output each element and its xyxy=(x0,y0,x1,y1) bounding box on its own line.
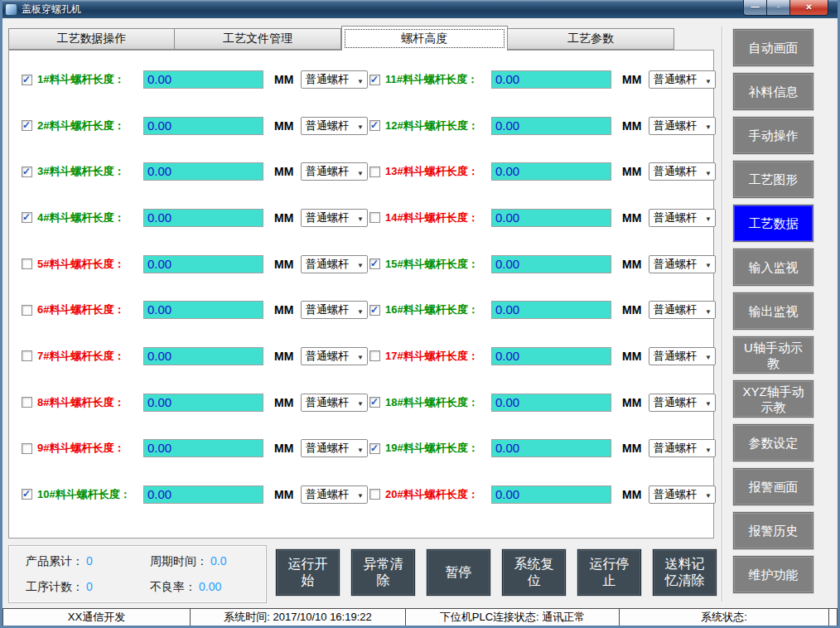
chevron-down-icon xyxy=(705,442,712,455)
length-input[interactable]: 0.00 xyxy=(143,162,263,181)
length-input[interactable]: 0.00 xyxy=(491,162,611,181)
tab-strip: 工艺数据操作工艺文件管理螺杆高度工艺参数 xyxy=(8,27,674,50)
maximize-button[interactable]: ▫ xyxy=(767,0,789,16)
row-checkbox[interactable] xyxy=(22,443,32,454)
screw-type-value: 普通螺杆 xyxy=(654,395,697,410)
screw-type-select[interactable]: 普通螺杆 xyxy=(649,209,716,227)
row-checkbox[interactable] xyxy=(369,167,380,177)
tab-4[interactable]: 工艺参数 xyxy=(508,28,674,50)
length-input[interactable]: 0.00 xyxy=(491,439,611,457)
row-checkbox[interactable] xyxy=(369,443,380,454)
nav-button-12[interactable]: 报警历史 xyxy=(733,512,813,549)
row-checkbox[interactable] xyxy=(22,75,32,85)
row-checkbox[interactable] xyxy=(369,75,380,85)
length-input[interactable]: 0.00 xyxy=(143,209,263,227)
screw-type-select[interactable]: 普通螺杆 xyxy=(301,439,368,457)
length-input[interactable]: 0.00 xyxy=(143,70,263,89)
nav-button-7[interactable]: 输出监视 xyxy=(733,292,813,330)
screw-row: 11#料斗螺杆长度：0.00MM普通螺杆 xyxy=(369,70,721,89)
screw-type-select[interactable]: 普通螺杆 xyxy=(649,117,716,135)
screw-type-select[interactable]: 普通螺杆 xyxy=(301,70,368,89)
row-checkbox[interactable] xyxy=(369,120,380,131)
control-button-3[interactable]: 暂停 xyxy=(427,549,490,596)
status-section-end xyxy=(829,609,837,626)
length-input[interactable]: 0.00 xyxy=(491,70,611,89)
row-checkbox[interactable] xyxy=(369,305,380,316)
screw-type-select[interactable]: 普通螺杆 xyxy=(301,485,368,504)
screw-type-select[interactable]: 普通螺杆 xyxy=(649,301,716,319)
row-checkbox[interactable] xyxy=(369,258,380,269)
row-checkbox[interactable] xyxy=(22,350,32,361)
nav-button-10[interactable]: 参数设定 xyxy=(733,424,813,461)
length-input[interactable]: 0.00 xyxy=(143,255,263,273)
chevron-down-icon xyxy=(705,488,712,500)
screw-type-select[interactable]: 普通螺杆 xyxy=(301,117,368,135)
screw-type-select[interactable]: 普通螺杆 xyxy=(301,209,368,227)
length-input[interactable]: 0.00 xyxy=(143,117,263,135)
row-checkbox[interactable] xyxy=(369,350,380,361)
stat-item: 周期时间：0.0 xyxy=(150,554,266,569)
row-checkbox[interactable] xyxy=(22,489,32,500)
screw-type-select[interactable]: 普通螺杆 xyxy=(301,301,368,319)
screw-type-select[interactable]: 普通螺杆 xyxy=(649,347,716,365)
screw-type-select[interactable]: 普通螺杆 xyxy=(649,485,716,504)
length-input[interactable]: 0.00 xyxy=(143,394,263,412)
length-input[interactable]: 0.00 xyxy=(491,485,611,504)
length-input[interactable]: 0.00 xyxy=(491,347,611,365)
close-button[interactable]: ✕ xyxy=(789,0,828,16)
length-input[interactable]: 0.00 xyxy=(491,117,611,135)
row-checkbox[interactable] xyxy=(22,258,32,269)
length-input[interactable]: 0.00 xyxy=(491,301,611,319)
control-button-1[interactable]: 运行开始 xyxy=(276,549,340,596)
screw-type-select[interactable]: 普通螺杆 xyxy=(301,162,368,181)
screw-row: 3#料斗螺杆长度：0.00MM普通螺杆 xyxy=(22,162,368,181)
length-input[interactable]: 0.00 xyxy=(491,255,611,273)
screw-row: 9#料斗螺杆长度：0.00MM普通螺杆 xyxy=(22,438,368,458)
screw-type-select[interactable]: 普通螺杆 xyxy=(649,162,716,181)
nav-button-3[interactable]: 手动操作 xyxy=(733,117,813,154)
nav-button-9[interactable]: XYZ轴手动示教 xyxy=(733,380,813,418)
length-input[interactable]: 0.00 xyxy=(491,394,611,412)
screw-type-select[interactable]: 普通螺杆 xyxy=(301,255,368,273)
length-input[interactable]: 0.00 xyxy=(491,209,611,227)
nav-button-13[interactable]: 维护功能 xyxy=(733,556,813,593)
length-input[interactable]: 0.00 xyxy=(143,485,263,504)
row-checkbox[interactable] xyxy=(22,212,32,223)
nav-button-8[interactable]: U轴手动示教 xyxy=(733,336,813,374)
row-checkbox[interactable] xyxy=(22,397,32,408)
screw-row: 6#料斗螺杆长度：0.00MM普通螺杆 xyxy=(22,300,368,320)
tab-3[interactable]: 螺杆高度 xyxy=(341,26,508,51)
nav-button-11[interactable]: 报警画面 xyxy=(733,468,813,505)
screw-type-select[interactable]: 普通螺杆 xyxy=(649,255,716,273)
nav-button-1[interactable]: 自动画面 xyxy=(733,29,813,66)
screw-height-panel: 1#料斗螺杆长度：0.00MM普通螺杆2#料斗螺杆长度：0.00MM普通螺杆3#… xyxy=(8,50,714,539)
screw-type-select[interactable]: 普通螺杆 xyxy=(649,70,716,89)
control-button-2[interactable]: 异常清除 xyxy=(351,549,415,596)
control-button-5[interactable]: 运行停止 xyxy=(577,549,641,596)
control-button-6[interactable]: 送料记忆清除 xyxy=(653,549,717,596)
row-checkbox[interactable] xyxy=(369,397,380,408)
screw-type-select[interactable]: 普通螺杆 xyxy=(649,439,716,457)
screw-type-select[interactable]: 普通螺杆 xyxy=(301,347,368,365)
minimize-button[interactable]: — xyxy=(743,0,767,16)
screw-type-select[interactable]: 普通螺杆 xyxy=(301,394,368,412)
tab-2[interactable]: 工艺文件管理 xyxy=(175,28,341,50)
row-checkbox[interactable] xyxy=(22,167,32,177)
row-checkbox[interactable] xyxy=(22,120,32,131)
row-checkbox[interactable] xyxy=(369,489,380,500)
control-button-4[interactable]: 系统复位 xyxy=(502,549,566,596)
rows-column-right: 11#料斗螺杆长度：0.00MM普通螺杆12#料斗螺杆长度：0.00MM普通螺杆… xyxy=(369,51,721,538)
nav-button-5[interactable]: 工艺数据 xyxy=(733,205,813,242)
nav-button-2[interactable]: 补料信息 xyxy=(733,73,813,110)
nav-button-4[interactable]: 工艺图形 xyxy=(733,161,813,198)
chevron-down-icon xyxy=(705,396,712,408)
length-input[interactable]: 0.00 xyxy=(143,439,263,457)
row-checkbox[interactable] xyxy=(22,305,32,316)
nav-button-6[interactable]: 输入监视 xyxy=(733,249,813,286)
screw-type-value: 普通螺杆 xyxy=(654,349,697,364)
screw-type-select[interactable]: 普通螺杆 xyxy=(649,394,716,412)
row-checkbox[interactable] xyxy=(369,212,380,223)
length-input[interactable]: 0.00 xyxy=(143,301,263,319)
length-input[interactable]: 0.00 xyxy=(143,347,263,365)
tab-1[interactable]: 工艺数据操作 xyxy=(8,28,175,50)
